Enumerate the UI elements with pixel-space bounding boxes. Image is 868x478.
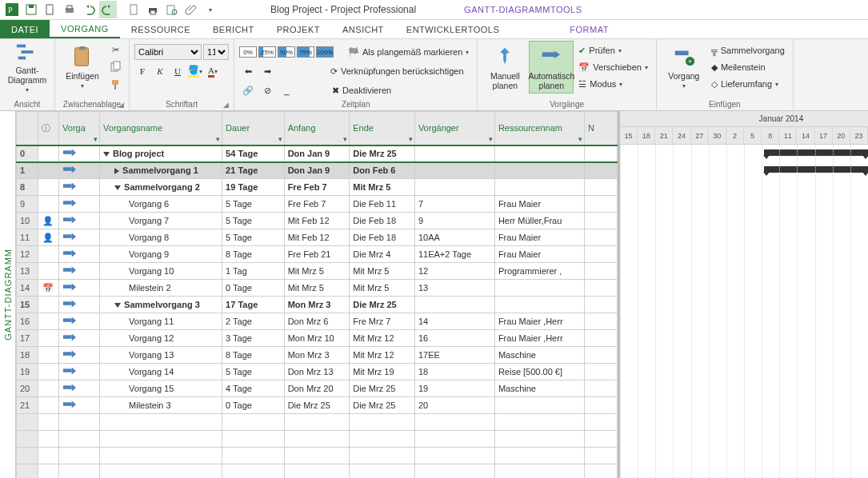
qat-quickprint-icon[interactable] — [144, 1, 162, 18]
col-predecessors[interactable]: Vorgänger▾ — [414, 112, 494, 145]
qat-preview-icon[interactable] — [163, 1, 181, 18]
col-add[interactable]: N — [585, 112, 618, 145]
move-button[interactable]: 📅Verschieben▾ — [575, 59, 651, 75]
empty-row[interactable] — [17, 464, 618, 479]
qat-attach-icon[interactable] — [182, 1, 200, 18]
cell-predecessors[interactable]: 11EA+2 Tage — [414, 246, 494, 263]
cell-mode[interactable] — [59, 397, 100, 414]
cell-predecessors[interactable]: 12 — [414, 263, 494, 280]
italic-button[interactable]: K — [152, 63, 168, 79]
task-row[interactable]: 17Vorgang 123 TageMon Mrz 10Mit Mrz 1216… — [17, 330, 618, 347]
row-number[interactable]: 20 — [17, 380, 38, 397]
cell-start[interactable]: Mit Feb 12 — [284, 229, 350, 246]
cell-start[interactable]: Mit Mrz 5 — [284, 280, 350, 297]
cell-add[interactable] — [585, 280, 618, 297]
cell-mode[interactable] — [59, 330, 100, 347]
cell-resources[interactable]: Frau Maier ,Herr — [494, 330, 584, 347]
dropdown-icon[interactable]: ▾ — [409, 135, 413, 143]
cell-predecessors[interactable] — [414, 145, 494, 162]
cell-duration[interactable]: 5 Tage — [222, 364, 285, 380]
cell-resources[interactable] — [494, 280, 584, 297]
cell-predecessors[interactable]: 17EE — [414, 347, 494, 364]
cell-mode[interactable] — [59, 313, 100, 330]
format-painter-button[interactable] — [106, 77, 124, 93]
cell-resources[interactable] — [494, 145, 584, 162]
row-number[interactable]: 9 — [17, 196, 38, 213]
cell-name[interactable]: Vorgang 10 — [100, 263, 222, 280]
cell-duration[interactable]: 5 Tage — [222, 196, 285, 213]
cell-start[interactable]: Don Mrz 20 — [284, 380, 350, 397]
cell-mode[interactable] — [59, 380, 100, 397]
cell-resources[interactable] — [494, 179, 584, 196]
row-number[interactable]: 13 — [17, 263, 38, 280]
cell-add[interactable] — [585, 145, 618, 162]
cell-end[interactable]: Die Mrz 4 — [350, 246, 415, 263]
cell-name[interactable]: Vorgang 6 — [100, 196, 222, 213]
pct-0-button[interactable]: 0% — [239, 46, 257, 58]
cell-mode[interactable] — [59, 263, 100, 280]
cell-end[interactable]: Die Feb 18 — [350, 213, 415, 229]
row-number[interactable]: 17 — [17, 330, 38, 347]
font-size-select[interactable]: 11 — [203, 44, 229, 60]
qat-redo-icon[interactable] — [99, 1, 117, 18]
cell-indicator[interactable] — [38, 297, 59, 313]
indent-button[interactable]: ➡ — [258, 63, 276, 79]
cell-mode[interactable] — [59, 145, 100, 162]
insert-deliverable-button[interactable]: ◇Lieferumfang▾ — [708, 76, 788, 92]
cell-predecessors[interactable]: 19 — [414, 380, 494, 397]
cell-add[interactable] — [585, 246, 618, 263]
cell-indicator[interactable] — [38, 347, 59, 364]
cell-add[interactable] — [585, 229, 618, 246]
insert-milestone-button[interactable]: ◆Meilenstein — [708, 59, 788, 75]
cut-button[interactable]: ✂ — [106, 42, 124, 58]
task-row[interactable]: 11👤Vorgang 85 TageMit Feb 12Die Feb 1810… — [17, 229, 618, 246]
cell-end[interactable]: Mit Mrz 5 — [350, 263, 415, 280]
inspect-button[interactable]: ✔Prüfen▾ — [575, 42, 651, 58]
gantt-chart-body[interactable] — [620, 145, 868, 478]
view-label-bar[interactable]: GANTT-DIAGRAMM — [0, 111, 16, 478]
cell-duration[interactable]: 8 Tage — [222, 246, 285, 263]
cell-end[interactable]: Mit Mrz 19 — [350, 364, 415, 380]
row-number[interactable]: 12 — [17, 246, 38, 263]
cell-indicator[interactable] — [38, 246, 59, 263]
expand-icon[interactable] — [114, 168, 119, 174]
cell-start[interactable]: Mon Mrz 3 — [284, 297, 350, 313]
dialog-launcher-icon[interactable]: ◢ — [118, 101, 124, 109]
cell-indicator[interactable]: 📅 — [38, 280, 59, 297]
cell-mode[interactable] — [59, 162, 100, 179]
unlink-button[interactable]: ⊘ — [258, 82, 276, 98]
cell-name[interactable]: Sammelvorgang 1 — [100, 162, 222, 179]
empty-row[interactable] — [17, 431, 618, 448]
row-number[interactable]: 14 — [17, 280, 38, 297]
col-indicators[interactable]: ⓘ — [38, 112, 59, 145]
cell-add[interactable] — [585, 196, 618, 213]
qat-customize-icon[interactable]: ▾ — [202, 1, 219, 18]
row-number[interactable]: 21 — [17, 397, 38, 414]
split-button[interactable]: ⎯ — [278, 82, 295, 98]
mode-button[interactable]: ☱Modus▾ — [575, 76, 651, 92]
cell-indicator[interactable]: 👤 — [38, 213, 59, 229]
cell-resources[interactable]: Maschine — [494, 380, 584, 397]
cell-predecessors[interactable]: 20 — [414, 397, 494, 414]
cell-end[interactable]: Die Mrz 25 — [350, 297, 415, 313]
col-mode[interactable]: Vorga▾ — [59, 112, 100, 145]
cell-indicator[interactable] — [38, 145, 59, 162]
pct-75-button[interactable]: 75% — [297, 46, 314, 58]
cell-end[interactable]: Die Feb 18 — [350, 229, 415, 246]
cell-name[interactable]: Vorgang 11 — [100, 313, 222, 330]
cell-end[interactable]: Mit Mrz 12 — [350, 330, 415, 347]
cell-mode[interactable] — [59, 179, 100, 196]
task-row[interactable]: 12Vorgang 98 TageFre Feb 21Die Mrz 411EA… — [17, 246, 618, 263]
cell-end[interactable]: Mit Mrz 5 — [350, 280, 415, 297]
tab-entwicklertools[interactable]: ENTWICKLERTOOLS — [395, 20, 511, 38]
cell-mode[interactable] — [59, 347, 100, 364]
tab-bericht[interactable]: BERICHT — [202, 20, 266, 38]
cell-predecessors[interactable]: 14 — [414, 313, 494, 330]
col-resources[interactable]: Ressourcennam▾ — [494, 112, 584, 145]
cell-start[interactable]: Don Jan 9 — [284, 145, 350, 162]
cell-predecessors[interactable]: 10AA — [414, 229, 494, 246]
cell-mode[interactable] — [59, 246, 100, 263]
row-number[interactable]: 16 — [17, 313, 38, 330]
cell-name[interactable]: Milestein 3 — [100, 397, 222, 414]
cell-duration[interactable]: 21 Tage — [222, 162, 285, 179]
